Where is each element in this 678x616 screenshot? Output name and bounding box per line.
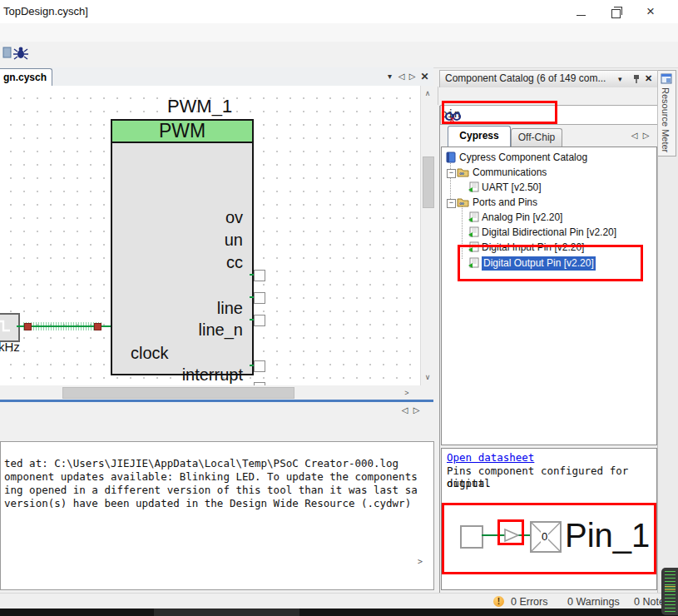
meter-warning-bars [665,586,676,592]
component-icon [468,257,479,268]
console-line: ted at: C:\Users\JIEJIE\AppData\Local\Te… [4,457,398,469]
resource-meter-label: Resource Meter [661,87,671,152]
window-title: TopDesign.cysch] [3,5,88,17]
tree-item-digital-bidirectional-pin[interactable]: Digital Bidirectional Pin [v2.20] [482,226,616,240]
catalog-close-icon[interactable]: ✕ [645,71,652,87]
console-line: ing opened in a different version of thi… [4,484,418,496]
clock-component[interactable] [0,313,20,342]
status-warnings: 0 Warnings [567,596,620,608]
tab-topdesign[interactable]: gn.cysch [0,68,52,87]
catalog-header[interactable]: Component Catalog (6 of 149 com... ▾ ✕ [439,70,659,88]
taskbar-edge [0,609,678,616]
tab-cypress[interactable]: Cypress [448,126,511,147]
catalog-book-icon [445,152,457,163]
console-line: version(s) have been updated in the Desi… [4,497,411,509]
pwm-instance-name: PWM_1 [141,96,258,117]
canvas-vertical-scrollbar[interactable]: ∧ ∨ [420,86,434,385]
terminal-ov[interactable] [254,270,265,281]
tool-icon [0,45,12,60]
pin-label-line: line [112,299,243,318]
tab-list-dropdown-icon[interactable]: ▾ [384,72,395,81]
scroll-down-icon[interactable]: ∨ [421,373,434,381]
terminal-un[interactable] [254,292,265,304]
catalog-dropdown-icon[interactable]: ▾ [618,72,622,87]
canvas-horizontal-scrollbar[interactable]: > [0,385,433,400]
component-description-line2: output. [447,477,491,489]
resource-meter-icon [661,73,672,84]
scroll-right-icon[interactable]: > [401,389,413,397]
title-bar: TopDesign.cysch] × [0,0,678,24]
minimize-icon [577,7,586,16]
tab-off-chip[interactable]: Off-Chip [511,128,562,147]
preview-pin-value: 0 [541,530,548,543]
tree-item-analog-pin[interactable]: Analog Pin [v2.20] [482,211,562,225]
collapse-expander[interactable]: − [447,199,456,208]
tree-item-uart[interactable]: UART [v2.50] [482,181,542,195]
pin-label-interrupt: interrupt [112,365,243,385]
svg-text:x: x [450,115,454,122]
output-panel-header: ▾ ✕ [0,420,433,441]
document-tab-strip: gn.cysch ▾ ◁ ▷ ✕ [0,67,433,87]
tab-close-icon[interactable]: ✕ [419,71,430,82]
tab-scroll-right-icon[interactable]: ▷ [407,72,418,81]
catalog-tab-next-icon[interactable]: ▷ [641,131,651,140]
tree-guide [462,204,463,259]
wire-endpoint[interactable] [94,323,101,330]
vertical-scroll-thumb[interactable] [423,156,434,208]
terminal-line[interactable] [254,360,265,372]
horizontal-scroll-thumb[interactable] [62,387,294,399]
tree-item-digital-input-pin[interactable]: Digital Input Pin [v2.20] [482,241,584,255]
pin-label-clock: clock [131,344,169,363]
pin-label-un: un [112,231,243,250]
tree-item-digital-output-pin[interactable]: Digital Output Pin [v2.20] [482,256,596,271]
resource-meter-tab[interactable]: Resource Meter [658,70,676,156]
component-search-box[interactable]: x pin [440,105,658,125]
pin-label-line-n: line_n [112,320,243,340]
application-window: TopDesign.cysch] × ▾ 174% ▾ ▾ [0,0,678,616]
debug-button[interactable] [12,45,30,63]
open-datasheet-link[interactable]: Open datasheet [447,451,534,464]
search-binoculars-icon: x [445,108,462,122]
preview-pin-xbox: 0 [530,521,562,553]
main-toolbar: ▾ 174% ▾ ▾ Microsoft Sans Serif ▾ 10 ▾ B… [0,42,678,68]
wire-endpoint[interactable] [24,323,32,330]
restore-icon [611,9,621,18]
console-line: omponent updates available: Blinking LED… [4,470,418,483]
tree-item-ports-and-pins[interactable]: Ports and Pins [473,196,537,210]
pin-label-cc: cc [112,253,243,272]
pwm-component[interactable]: PWM ov un cc line line_n interrupt clock [111,119,254,375]
pwm-component-header: PWM [112,121,252,143]
collapse-expander[interactable]: − [447,169,456,178]
restore-button[interactable] [603,3,628,20]
preview-instance-name: Pin_1 [565,517,650,554]
bottom-tab-nav: ◁ ▷ [0,402,433,420]
tree-item-communications[interactable]: Communications [473,166,547,180]
schematic-canvas[interactable]: PWM_1 PWM ov un cc line line_n interrupt… [0,86,420,385]
component-description-box: Open datasheet Pins component configured… [441,448,657,506]
catalog-tab-prev-icon[interactable]: ◁ [629,131,640,140]
page-next-icon[interactable]: ▷ [411,405,422,415]
pin-label-ov: ov [112,208,243,227]
notice-icon: ! [493,596,504,607]
clock-frequency-label: kHz [0,340,20,354]
tab-scroll-left-icon[interactable]: ◁ [396,72,407,81]
tree-item-catalog-root[interactable]: Cypress Component Catalog [459,151,587,165]
menu-strip [0,23,678,42]
scroll-up-icon[interactable]: ∧ [421,89,434,97]
svg-text:∞: ∞ [459,200,464,207]
catalog-toolbar [439,87,657,106]
svg-text:∞: ∞ [459,170,464,177]
taskbar-edge-segment [154,609,299,616]
page-prev-icon[interactable]: ◁ [399,405,410,415]
folder-icon: ∞ [457,166,469,177]
component-icon [468,241,479,252]
console-scroll-right-icon[interactable]: > [414,557,426,566]
catalog-pin-icon[interactable] [631,74,641,84]
status-bar: ! 0 Errors 0 Warnings 0 Notes [0,593,678,609]
component-icon [468,211,479,222]
catalog-title: Component Catalog (6 of 149 com... [445,71,618,87]
output-console[interactable]: ted at: C:\Users\JIEJIE\AppData\Local\Te… [0,441,434,590]
close-button[interactable]: × [638,3,663,20]
minimize-button[interactable] [568,3,593,20]
terminal-cc[interactable] [254,315,265,326]
